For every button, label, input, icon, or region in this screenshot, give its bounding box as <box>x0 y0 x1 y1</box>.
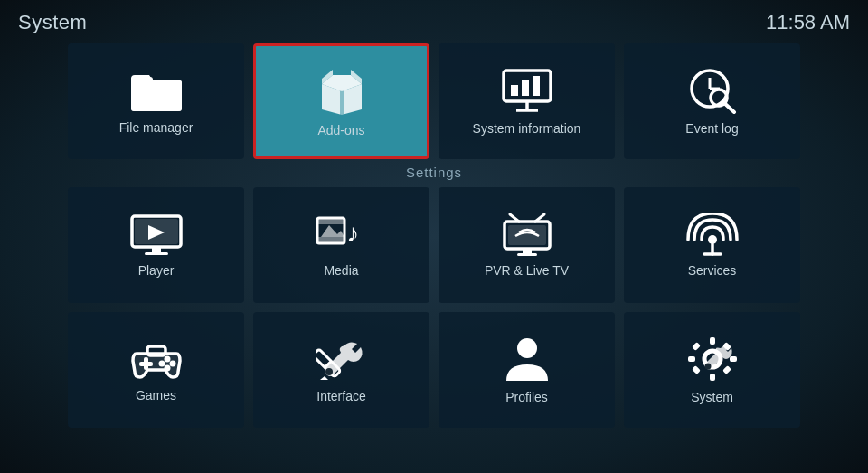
svg-rect-9 <box>511 85 518 96</box>
tile-system[interactable]: System <box>624 312 800 428</box>
file-manager-label: File manager <box>119 120 193 135</box>
svg-rect-25 <box>317 218 344 224</box>
svg-point-40 <box>164 356 170 363</box>
media-label: Media <box>324 263 358 278</box>
interface-label: Interface <box>316 389 365 403</box>
svg-rect-54 <box>730 356 737 362</box>
svg-point-49 <box>517 338 537 358</box>
player-icon <box>130 213 183 256</box>
page-title: System <box>18 11 87 34</box>
svg-point-41 <box>169 361 175 367</box>
media-icon: ♪ <box>316 213 368 256</box>
system-information-label: System information <box>473 121 581 136</box>
svg-point-42 <box>164 365 170 372</box>
svg-rect-39 <box>139 362 153 366</box>
svg-point-59 <box>704 364 711 370</box>
tile-interface[interactable]: Interface <box>253 312 429 428</box>
system-icon <box>686 336 739 383</box>
profiles-label: Profiles <box>505 390 548 404</box>
svg-rect-30 <box>508 225 546 245</box>
svg-point-48 <box>326 368 333 375</box>
svg-rect-52 <box>710 374 715 381</box>
svg-rect-10 <box>522 80 529 96</box>
svg-rect-11 <box>533 76 540 96</box>
file-manager-icon <box>129 68 184 113</box>
svg-marker-46 <box>320 376 328 380</box>
tile-file-manager[interactable]: File manager <box>68 43 244 159</box>
games-label: Games <box>136 388 176 402</box>
event-log-icon <box>685 67 740 114</box>
add-ons-label: Add-ons <box>317 123 364 137</box>
tile-media[interactable]: ♪ Media <box>253 187 429 303</box>
tile-profiles[interactable]: Profiles <box>439 312 615 428</box>
page: System 11:58 AM File manager <box>0 0 868 473</box>
profiles-icon <box>501 336 553 383</box>
svg-marker-27 <box>321 225 344 237</box>
pvr-live-tv-label: PVR & Live TV <box>485 263 569 278</box>
interface-icon <box>316 336 368 382</box>
svg-rect-53 <box>688 356 695 362</box>
services-label: Services <box>688 263 737 278</box>
tile-games[interactable]: Games <box>68 312 244 428</box>
tile-pvr-live-tv[interactable]: PVR & Live TV <box>439 187 615 303</box>
header: System 11:58 AM <box>18 11 850 34</box>
tile-services[interactable]: Services <box>624 187 800 303</box>
svg-rect-22 <box>152 247 161 252</box>
svg-rect-57 <box>692 365 701 374</box>
settings-section-title: Settings <box>18 165 850 180</box>
tile-add-ons[interactable]: Add-ons <box>253 43 429 159</box>
system-label: System <box>691 390 733 404</box>
event-log-label: Event log <box>685 121 738 136</box>
add-ons-icon <box>315 66 369 116</box>
svg-rect-58 <box>722 365 731 374</box>
svg-point-43 <box>158 361 165 367</box>
player-label: Player <box>138 263 175 278</box>
services-icon <box>686 213 739 256</box>
pvr-live-tv-icon <box>501 213 553 256</box>
svg-rect-51 <box>710 337 715 345</box>
svg-rect-44 <box>147 346 165 355</box>
svg-text:♪: ♪ <box>346 219 359 247</box>
top-row: File manager Add-ons <box>18 43 850 159</box>
svg-marker-7 <box>340 91 344 115</box>
svg-rect-26 <box>317 237 344 243</box>
settings-grid: Player ♪ Media <box>18 187 850 428</box>
svg-rect-34 <box>517 253 537 256</box>
svg-rect-33 <box>523 249 532 253</box>
clock: 11:58 AM <box>766 11 850 34</box>
tile-event-log[interactable]: Event log <box>624 43 800 159</box>
games-icon <box>129 337 184 381</box>
svg-rect-55 <box>692 342 701 351</box>
system-information-icon <box>500 67 554 114</box>
tile-system-information[interactable]: System information <box>439 43 615 159</box>
svg-rect-23 <box>145 252 168 255</box>
tile-player[interactable]: Player <box>68 187 244 303</box>
